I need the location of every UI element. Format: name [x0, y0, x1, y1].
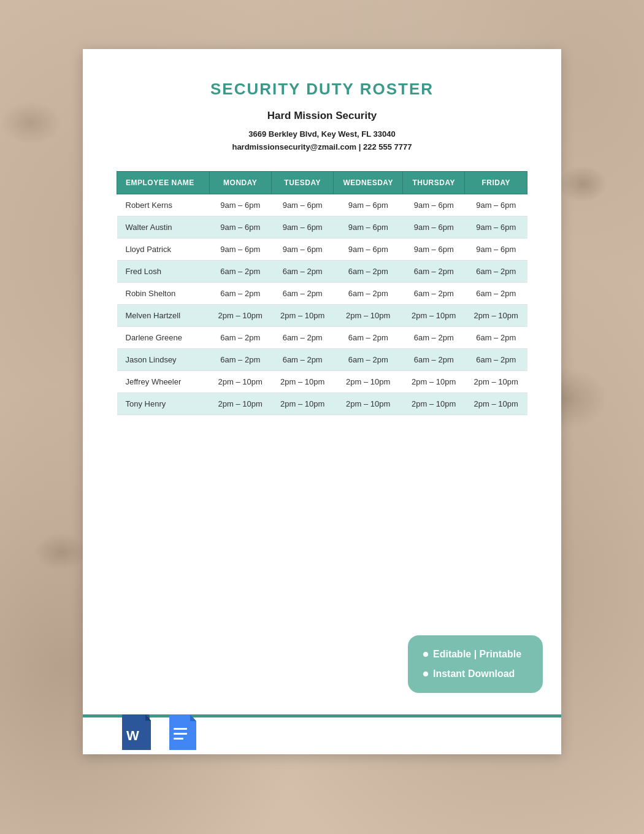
badge-item-2: Instant Download: [423, 668, 527, 679]
col-header-wednesday: WEDNESDAY: [334, 171, 403, 194]
schedule-cell: 9am – 6pm: [209, 238, 271, 260]
badge-label-2: Instant Download: [433, 668, 515, 679]
badge-item-1: Editable | Printable: [423, 649, 527, 660]
schedule-cell: 6am – 2pm: [403, 260, 465, 282]
schedule-cell: 6am – 2pm: [209, 260, 271, 282]
schedule-cell: 2pm – 10pm: [334, 304, 403, 326]
schedule-cell: 6am – 2pm: [465, 260, 527, 282]
table-row: Jeffrey Wheeler2pm – 10pm2pm – 10pm2pm –…: [117, 370, 527, 392]
employee-name-cell: Robert Kerns: [117, 194, 210, 216]
employee-name-cell: Robin Shelton: [117, 282, 210, 304]
col-header-employee: EMPLOYEE NAME: [117, 171, 210, 194]
employee-name-cell: Melven Hartzell: [117, 304, 210, 326]
table-row: Tony Henry2pm – 10pm2pm – 10pm2pm – 10pm…: [117, 392, 527, 415]
schedule-cell: 9am – 6pm: [465, 216, 527, 238]
employee-name-cell: Lloyd Patrick: [117, 238, 210, 260]
schedule-cell: 2pm – 10pm: [334, 370, 403, 392]
schedule-cell: 6am – 2pm: [209, 348, 271, 370]
schedule-cell: 2pm – 10pm: [209, 370, 271, 392]
svg-text:W: W: [126, 728, 139, 743]
schedule-cell: 6am – 2pm: [271, 282, 333, 304]
roster-table: EMPLOYEE NAME MONDAY TUESDAY WEDNESDAY T…: [117, 171, 527, 415]
employee-name-cell: Jeffrey Wheeler: [117, 370, 210, 392]
schedule-cell: 2pm – 10pm: [209, 304, 271, 326]
schedule-cell: 6am – 2pm: [403, 282, 465, 304]
schedule-cell: 9am – 6pm: [465, 238, 527, 260]
badge-label-1: Editable | Printable: [433, 649, 521, 660]
schedule-cell: 6am – 2pm: [334, 260, 403, 282]
schedule-cell: 9am – 6pm: [334, 238, 403, 260]
schedule-cell: 9am – 6pm: [209, 216, 271, 238]
schedule-cell: 9am – 6pm: [271, 238, 333, 260]
col-header-friday: FRIDAY: [465, 171, 527, 194]
schedule-cell: 6am – 2pm: [271, 260, 333, 282]
employee-name-cell: Jason Lindsey: [117, 348, 210, 370]
svg-rect-5: [174, 738, 183, 740]
schedule-cell: 6am – 2pm: [334, 348, 403, 370]
schedule-cell: 2pm – 10pm: [403, 370, 465, 392]
table-row: Robin Shelton6am – 2pm6am – 2pm6am – 2pm…: [117, 282, 527, 304]
table-row: Robert Kerns9am – 6pm9am – 6pm9am – 6pm9…: [117, 194, 527, 216]
schedule-cell: 2pm – 10pm: [334, 392, 403, 415]
schedule-cell: 6am – 2pm: [403, 326, 465, 348]
feature-badge: Editable | Printable Instant Download: [408, 635, 543, 693]
schedule-cell: 6am – 2pm: [334, 282, 403, 304]
schedule-cell: 2pm – 10pm: [271, 392, 333, 415]
schedule-cell: 2pm – 10pm: [403, 304, 465, 326]
table-row: Melven Hartzell2pm – 10pm2pm – 10pm2pm –…: [117, 304, 527, 326]
file-icons-row: W: [120, 714, 199, 754]
schedule-cell: 2pm – 10pm: [271, 370, 333, 392]
schedule-cell: 2pm – 10pm: [465, 392, 527, 415]
col-header-monday: MONDAY: [209, 171, 271, 194]
address-line2: hardmissionsecurity@zmail.com | 222 555 …: [117, 141, 527, 154]
schedule-cell: 2pm – 10pm: [403, 392, 465, 415]
employee-name-cell: Darlene Greene: [117, 326, 210, 348]
employee-name-cell: Tony Henry: [117, 392, 210, 415]
schedule-cell: 6am – 2pm: [465, 282, 527, 304]
schedule-cell: 6am – 2pm: [271, 348, 333, 370]
table-row: Walter Austin9am – 6pm9am – 6pm9am – 6pm…: [117, 216, 527, 238]
schedule-cell: 6am – 2pm: [465, 348, 527, 370]
schedule-cell: 6am – 2pm: [334, 326, 403, 348]
employee-name-cell: Fred Losh: [117, 260, 210, 282]
col-header-tuesday: TUESDAY: [271, 171, 333, 194]
schedule-cell: 9am – 6pm: [403, 216, 465, 238]
schedule-cell: 9am – 6pm: [403, 194, 465, 216]
document: SECURITY DUTY ROSTER Hard Mission Securi…: [83, 49, 561, 754]
schedule-cell: 9am – 6pm: [465, 194, 527, 216]
schedule-cell: 2pm – 10pm: [209, 392, 271, 415]
employee-name-cell: Walter Austin: [117, 216, 210, 238]
table-row: Lloyd Patrick9am – 6pm9am – 6pm9am – 6pm…: [117, 238, 527, 260]
company-name: Hard Mission Security: [117, 110, 527, 122]
schedule-cell: 6am – 2pm: [209, 282, 271, 304]
schedule-cell: 6am – 2pm: [271, 326, 333, 348]
company-address: 3669 Berkley Blvd, Key West, FL 33040 ha…: [117, 128, 527, 154]
schedule-cell: 2pm – 10pm: [465, 370, 527, 392]
schedule-cell: 6am – 2pm: [209, 326, 271, 348]
schedule-cell: 2pm – 10pm: [465, 304, 527, 326]
col-header-thursday: THURSDAY: [403, 171, 465, 194]
schedule-cell: 6am – 2pm: [403, 348, 465, 370]
schedule-cell: 9am – 6pm: [271, 216, 333, 238]
bullet-icon-2: [423, 671, 428, 676]
schedule-cell: 9am – 6pm: [271, 194, 333, 216]
address-line1: 3669 Berkley Blvd, Key West, FL 33040: [117, 128, 527, 141]
table-header-row: EMPLOYEE NAME MONDAY TUESDAY WEDNESDAY T…: [117, 171, 527, 194]
bullet-icon: [423, 652, 428, 657]
schedule-cell: 9am – 6pm: [334, 216, 403, 238]
schedule-cell: 9am – 6pm: [403, 238, 465, 260]
docs-icon[interactable]: [166, 714, 199, 754]
svg-rect-4: [174, 733, 187, 735]
schedule-cell: 2pm – 10pm: [271, 304, 333, 326]
table-row: Jason Lindsey6am – 2pm6am – 2pm6am – 2pm…: [117, 348, 527, 370]
svg-rect-3: [174, 728, 187, 730]
table-row: Fred Losh6am – 2pm6am – 2pm6am – 2pm6am …: [117, 260, 527, 282]
schedule-cell: 6am – 2pm: [465, 326, 527, 348]
schedule-cell: 9am – 6pm: [209, 194, 271, 216]
word-icon[interactable]: W: [120, 714, 153, 754]
document-title: SECURITY DUTY ROSTER: [117, 80, 527, 99]
schedule-cell: 9am – 6pm: [334, 194, 403, 216]
table-row: Darlene Greene6am – 2pm6am – 2pm6am – 2p…: [117, 326, 527, 348]
